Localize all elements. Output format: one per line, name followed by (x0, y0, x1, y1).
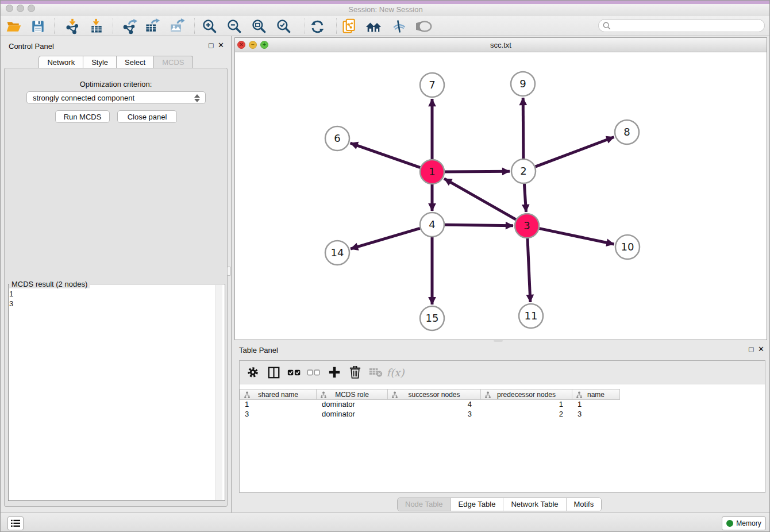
mcds-result-item: 3 (9, 299, 13, 309)
graph-edge-2-3[interactable] (524, 184, 526, 212)
svg-text:4: 4 (429, 218, 435, 230)
criterion-select[interactable]: strongly connected component (26, 91, 206, 104)
zoom-selected-icon[interactable] (275, 17, 293, 36)
column-header-label: shared name (258, 391, 298, 399)
graph-edge-4-3[interactable] (445, 225, 513, 225)
export-image-icon[interactable] (167, 17, 186, 36)
attribute-type-icon (391, 391, 398, 399)
float-table-panel-icon[interactable]: ▢ (748, 345, 754, 353)
result-scrollbar[interactable] (215, 285, 222, 500)
export-table-icon[interactable] (143, 17, 161, 36)
tab-mcds[interactable]: MCDS (154, 56, 192, 68)
graph-node-1[interactable]: 1 (420, 160, 444, 184)
open-session-icon[interactable] (5, 17, 23, 36)
zoom-out-icon[interactable] (225, 17, 244, 36)
select-all-columns-icon[interactable] (286, 364, 303, 381)
save-session-icon[interactable] (29, 17, 47, 36)
table-row[interactable]: 1dominator411 (240, 400, 620, 410)
column-header-shared-name[interactable]: shared name (240, 389, 317, 400)
mcds-result-title: MCDS result (2 nodes) (9, 280, 90, 288)
function-builder-label: f(x) (387, 364, 404, 381)
column-header-label: successor nodes (408, 391, 460, 399)
graph-edge-3-10[interactable] (540, 229, 614, 244)
column-header-predecessor-nodes[interactable]: predecessor nodes (481, 389, 572, 400)
zoom-fit-icon[interactable] (250, 17, 268, 36)
graph-node-14[interactable]: 14 (325, 241, 349, 265)
column-header-successor-nodes[interactable]: successor nodes (388, 389, 481, 400)
graph-edge-4-14[interactable] (351, 228, 420, 249)
status-bar: Memory (1, 512, 770, 532)
show-columns-icon[interactable] (265, 364, 282, 381)
graph-edge-3-11[interactable] (528, 238, 530, 302)
close-table-panel-icon[interactable]: ✕ (758, 345, 764, 353)
optimization-criterion-label: Optimization criterion: (5, 80, 227, 88)
graph-edge-1-2[interactable] (445, 171, 510, 172)
network-graph-canvas[interactable]: 1234678910111415 (235, 52, 767, 340)
window-titlebar: Session: New Session (1, 4, 770, 16)
svg-text:1: 1 (429, 165, 435, 178)
table-row[interactable]: 3dominator323 (240, 410, 620, 419)
tab-node-table[interactable]: Node Table (398, 498, 451, 511)
graph-node-10[interactable]: 10 (615, 235, 640, 259)
import-network-icon[interactable] (63, 17, 82, 36)
svg-text:2: 2 (520, 165, 526, 177)
column-header-MCDS-role[interactable]: MCDS role (317, 389, 388, 400)
graph-node-2[interactable]: 2 (511, 159, 536, 183)
tab-network[interactable]: Network (38, 56, 83, 68)
mcds-result-list: 13 (9, 289, 13, 309)
tab-edge-table[interactable]: Edge Table (451, 498, 503, 511)
close-panel-icon[interactable]: ✕ (218, 41, 224, 49)
attribute-type-icon (576, 391, 583, 399)
table-settings-gear-icon[interactable] (244, 364, 261, 381)
zoom-in-icon[interactable] (201, 17, 219, 36)
float-panel-icon[interactable]: ▢ (208, 41, 214, 49)
graph-node-6[interactable]: 6 (325, 126, 349, 151)
network-overview-icon[interactable] (340, 17, 359, 36)
network-view-window: ✕ − + scc.txt 1234678910111415 (234, 37, 767, 340)
graph-node-7[interactable]: 7 (420, 73, 444, 97)
task-history-button[interactable] (7, 516, 24, 530)
table-tabs: Node TableEdge TableNetwork TableMotifs (397, 498, 602, 511)
create-column-plus-icon[interactable] (326, 364, 343, 381)
tab-motifs[interactable]: Motifs (566, 498, 602, 511)
graph-node-4[interactable]: 4 (420, 213, 444, 237)
toolbar-separator (54, 18, 55, 34)
table-panel-title: Table Panel (239, 346, 278, 354)
splitter-grip[interactable] (227, 267, 231, 276)
close-panel-button[interactable]: Close panel (117, 110, 177, 123)
unselect-all-columns-icon[interactable] (305, 364, 322, 381)
toolbar-separator (336, 18, 337, 34)
table-toolbar: f(x) (240, 361, 765, 384)
graph-node-8[interactable]: 8 (615, 120, 639, 144)
table-container: f(x) shared nameMCDS rolesuccessor nodes… (239, 360, 765, 493)
graph-edge-2-9[interactable] (523, 98, 523, 159)
memory-button[interactable]: Memory (722, 516, 766, 530)
mcds-result-box (8, 284, 225, 501)
graph-edge-3-1[interactable] (444, 179, 516, 219)
control-panel-title: Control Panel (9, 42, 54, 51)
graph-node-11[interactable]: 11 (519, 304, 543, 328)
svg-text:11: 11 (525, 310, 538, 322)
run-mcds-button[interactable]: Run MCDS (55, 110, 110, 123)
window-title: Session: New Session (1, 5, 770, 14)
tab-select[interactable]: Select (117, 56, 154, 68)
tab-network-table[interactable]: Network Table (503, 498, 565, 511)
column-header-label: name (587, 391, 605, 399)
import-table-icon[interactable] (87, 17, 106, 36)
graph-node-9[interactable]: 9 (511, 72, 535, 96)
cell-shared-name: 1 (240, 400, 317, 410)
graph-edge-2-8[interactable] (536, 137, 614, 167)
delete-column-trash-icon[interactable] (346, 364, 364, 381)
graph-node-3[interactable]: 3 (515, 214, 539, 238)
graph-edge-1-6[interactable] (351, 143, 421, 168)
graph-node-15[interactable]: 15 (420, 306, 444, 330)
column-header-name[interactable]: name (572, 389, 620, 400)
search-input[interactable] (611, 20, 764, 31)
table-panel: Table Panel ▢ ✕ (232, 342, 770, 512)
apply-layout-icon[interactable] (308, 17, 326, 36)
export-network-icon[interactable] (121, 17, 139, 36)
control-panel: Control Panel ▢ ✕ NetworkStyleSelectMCDS… (1, 36, 231, 512)
tab-style[interactable]: Style (83, 56, 117, 68)
home-icon[interactable] (364, 17, 383, 36)
hide-panels-icon[interactable] (390, 17, 408, 36)
